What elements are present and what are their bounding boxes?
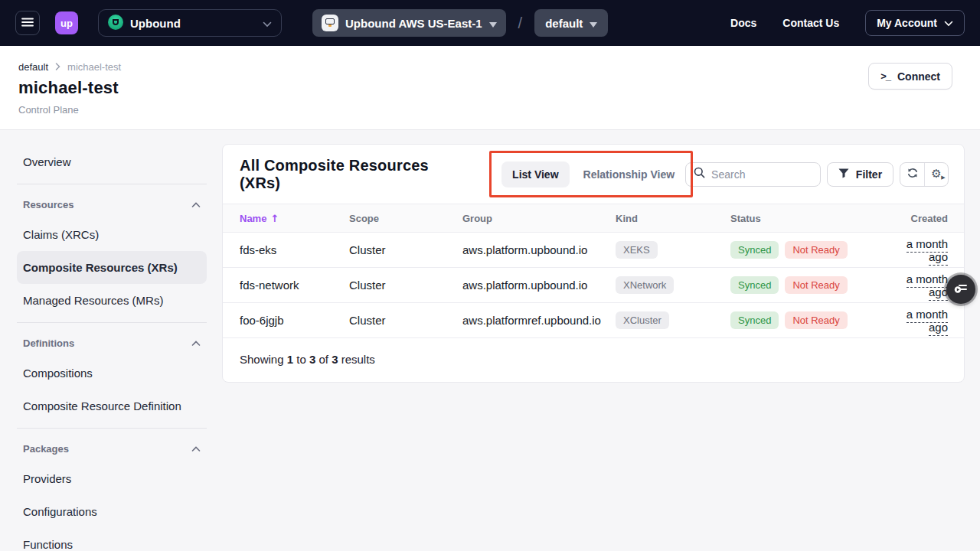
connect-button-label: Connect xyxy=(897,70,940,83)
sidebar-item-claims-xrcs[interactable]: Claims (XRCs) xyxy=(17,218,207,251)
column-header-name[interactable]: Name ↑ xyxy=(240,213,349,224)
cell-scope: Cluster xyxy=(349,279,462,292)
docs-link[interactable]: Docs xyxy=(730,17,756,29)
relative-time[interactable]: a month ago xyxy=(906,308,948,336)
column-header-created: Created xyxy=(889,213,948,224)
results-summary: Showing 1 to 3 of 3 results xyxy=(223,338,964,380)
status-badge-not-ready: Not Ready xyxy=(785,276,847,294)
cell-created: a month ago xyxy=(889,237,948,263)
card-header: All Composite Resources (XRs) List View … xyxy=(223,145,964,204)
hamburger-icon xyxy=(21,18,34,29)
search-input[interactable] xyxy=(711,168,812,181)
table-row[interactable]: fds-eks Cluster aws.platform.upbound.io … xyxy=(223,233,964,268)
chevron-right-icon xyxy=(55,61,60,73)
refresh-button[interactable] xyxy=(900,163,924,186)
group-selector[interactable]: default xyxy=(534,9,608,37)
cell-group: aws.platform.upbound.io xyxy=(462,243,616,256)
group-label: default xyxy=(545,17,583,30)
sidebar-divider xyxy=(17,184,207,184)
column-header-kind: Kind xyxy=(616,213,730,224)
gear-play-icon: ⚙▶ xyxy=(931,168,941,180)
cell-group: aws.platform.upbound.io xyxy=(462,279,616,292)
cell-name[interactable]: foo-6jgjb xyxy=(240,314,349,327)
table-header-row: Name ↑ Scope Group Kind Status Created xyxy=(223,204,964,233)
relative-time[interactable]: a month ago xyxy=(906,237,948,266)
filter-button[interactable]: Filter xyxy=(827,162,893,187)
results-summary-text: results xyxy=(341,353,375,366)
sidebar-item-composite-resource-definition[interactable]: Composite Resource Definition xyxy=(17,390,207,422)
contact-us-link[interactable]: Contact Us xyxy=(782,17,839,29)
table-row[interactable]: fds-network Cluster aws.platform.upbound… xyxy=(223,268,964,303)
sidebar-item-configurations[interactable]: Configurations xyxy=(17,495,207,528)
status-badge-synced: Synced xyxy=(730,276,779,294)
cell-name[interactable]: fds-eks xyxy=(240,243,349,256)
page-title: michael-test xyxy=(18,78,980,98)
upbound-logo[interactable]: up xyxy=(55,11,78,34)
breadcrumb-item-default[interactable]: default xyxy=(18,61,48,73)
cell-group: aws.platformref.upbound.io xyxy=(462,314,616,327)
organization-icon xyxy=(108,15,123,32)
sidebar-section-packages[interactable]: Packages xyxy=(17,434,207,462)
session-list-icon xyxy=(953,280,969,298)
sidebar-section-label: Definitions xyxy=(23,337,74,349)
chevron-down-icon xyxy=(944,17,953,29)
organization-selector[interactable]: Upbound xyxy=(98,9,282,37)
cell-kind: XCluster xyxy=(616,311,730,329)
chevron-up-icon xyxy=(191,443,201,455)
list-view-tab[interactable]: List View xyxy=(501,161,569,187)
chevron-up-icon xyxy=(191,337,201,349)
control-plane-selector[interactable]: Upbound AWS US-East-1 xyxy=(312,9,506,37)
chevron-down-icon xyxy=(263,17,272,30)
status-badge-not-ready: Not Ready xyxy=(785,311,847,329)
composite-resources-card: All Composite Resources (XRs) List View … xyxy=(222,144,965,383)
connect-button[interactable]: >_ Connect xyxy=(868,63,952,90)
card-title: All Composite Resources (XRs) xyxy=(240,157,449,192)
cell-created: a month ago xyxy=(889,308,948,334)
menu-button[interactable] xyxy=(15,11,40,35)
status-badge-synced: Synced xyxy=(730,311,779,329)
sidebar-item-providers[interactable]: Providers xyxy=(17,462,207,495)
table-row[interactable]: foo-6jgjb Cluster aws.platformref.upboun… xyxy=(223,303,964,338)
control-plane-label: Upbound AWS US-East-1 xyxy=(345,17,482,30)
sidebar-item-compositions[interactable]: Compositions xyxy=(17,357,207,390)
sidebar-divider xyxy=(17,428,207,429)
my-account-label: My Account xyxy=(877,17,937,29)
cell-status: Synced Not Ready xyxy=(730,276,889,294)
sidebar-divider xyxy=(17,322,207,323)
status-badge-not-ready: Not Ready xyxy=(785,241,847,259)
sidebar-section-resources[interactable]: Resources xyxy=(17,190,207,218)
search-box xyxy=(685,162,821,187)
column-header-group: Group xyxy=(462,213,616,224)
relationship-view-tab[interactable]: Relationship View xyxy=(573,161,686,187)
relative-time[interactable]: a month ago xyxy=(906,272,948,301)
sidebar-item-overview[interactable]: Overview xyxy=(17,145,207,178)
sidebar: Overview Resources Claims (XRCs) Composi… xyxy=(17,145,207,551)
caret-down-icon xyxy=(489,17,497,30)
cell-name[interactable]: fds-network xyxy=(240,279,349,292)
page-header: default michael-test michael-test Contro… xyxy=(0,46,980,130)
cell-kind: XNetwork xyxy=(616,276,730,294)
cell-scope: Cluster xyxy=(349,243,462,256)
sidebar-section-definitions[interactable]: Definitions xyxy=(17,328,207,357)
sidebar-item-functions[interactable]: Functions xyxy=(17,528,207,551)
kind-badge: XCluster xyxy=(616,311,669,329)
filter-button-label: Filter xyxy=(856,168,882,181)
sidebar-item-composite-resources-xrs[interactable]: Composite Resources (XRs) xyxy=(17,251,207,284)
floating-recorder-widget[interactable] xyxy=(946,275,975,304)
auto-refresh-settings-button[interactable]: ⚙▶ xyxy=(924,163,948,186)
sort-ascending-icon: ↑ xyxy=(270,213,279,224)
my-account-menu[interactable]: My Account xyxy=(865,10,965,36)
sidebar-item-managed-resources-mrs[interactable]: Managed Resources (MRs) xyxy=(17,284,207,317)
column-header-label: Name xyxy=(240,213,266,224)
cell-status: Synced Not Ready xyxy=(730,311,889,329)
results-to: 3 xyxy=(309,353,315,366)
status-badge-synced: Synced xyxy=(730,241,779,259)
results-summary-text: to xyxy=(296,353,306,366)
breadcrumb-item-current: michael-test xyxy=(67,61,121,73)
refresh-icon xyxy=(906,167,919,182)
filter-icon xyxy=(838,168,849,181)
caret-down-icon xyxy=(590,17,597,30)
breadcrumb: default michael-test xyxy=(18,61,980,73)
chevron-up-icon xyxy=(191,199,201,210)
cell-kind: XEKS xyxy=(616,241,730,259)
